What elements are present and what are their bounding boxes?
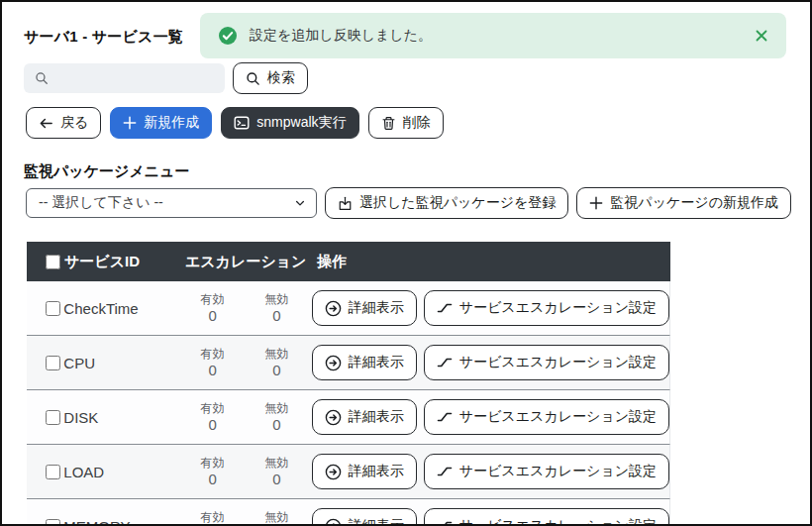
- detail-button[interactable]: 詳細表示: [312, 345, 417, 380]
- valid-value: 0: [208, 362, 216, 378]
- package-select[interactable]: -- 選択して下さい --: [26, 188, 317, 218]
- arrow-right-circle-icon: [325, 355, 342, 371]
- invalid-label: 無効: [264, 402, 288, 415]
- valid-count: 有効 0: [180, 402, 245, 433]
- alert-close-button[interactable]: [755, 29, 768, 43]
- service-table: サービスID エスカレーション 操作 CheckTime 有効 0 無効 0 詳…: [27, 242, 670, 526]
- row-actions: 詳細表示 サービスエスカレーション設定: [309, 345, 669, 380]
- table-header: サービスID エスカレーション 操作: [27, 242, 670, 281]
- invalid-label: 無効: [264, 348, 288, 361]
- search-icon: [246, 71, 260, 86]
- success-alert: 設定を追加し反映しました。: [200, 13, 786, 58]
- search-button[interactable]: 検索: [233, 62, 308, 94]
- table-row: CPU 有効 0 無効 0 詳細表示 サービスエスカレーション設定: [27, 336, 670, 390]
- create-button[interactable]: 新規作成: [110, 107, 212, 139]
- row-actions: 詳細表示 サービスエスカレーション設定: [309, 290, 669, 326]
- search-input[interactable]: [24, 63, 225, 93]
- delete-button-label: 削除: [403, 114, 431, 132]
- arrow-right-circle-icon: [325, 300, 342, 317]
- invalid-count: 無効 0: [245, 293, 309, 324]
- detail-button[interactable]: 詳細表示: [312, 290, 417, 326]
- invalid-label: 無効: [264, 293, 288, 306]
- service-id-label: CPU: [63, 355, 180, 371]
- delete-button[interactable]: 削除: [368, 107, 444, 139]
- detail-button[interactable]: 詳細表示: [312, 508, 417, 526]
- arrow-right-circle-icon: [325, 464, 342, 480]
- valid-count: 有効 0: [180, 348, 245, 378]
- trend-line-icon: [437, 300, 453, 316]
- escalation-button-label: サービスエスカレーション設定: [459, 517, 657, 526]
- table-row: DISK 有効 0 無効 0 詳細表示 サービスエスカレーション設定: [27, 390, 670, 445]
- row-checkbox[interactable]: [46, 356, 60, 370]
- close-icon: [755, 29, 768, 43]
- row-actions: 詳細表示 サービスエスカレーション設定: [309, 399, 669, 435]
- arrow-right-circle-icon: [325, 518, 342, 526]
- register-package-button[interactable]: 選択した監視パッケージを登録: [325, 187, 568, 219]
- header-service-id: サービスID: [64, 253, 185, 271]
- snmpwalk-button[interactable]: snmpwalk実行: [221, 107, 358, 139]
- trend-line-icon: [437, 464, 453, 479]
- plus-icon: [589, 196, 603, 210]
- detail-button[interactable]: 詳細表示: [312, 454, 417, 489]
- valid-value: 0: [208, 307, 216, 324]
- escalation-button-label: サービスエスカレーション設定: [459, 354, 657, 371]
- package-menu-row: -- 選択して下さい -- 選択した監視パッケージを登録 監視パッケージの新規作…: [26, 187, 791, 219]
- back-button[interactable]: 戻る: [26, 107, 101, 139]
- register-package-button-label: 選択した監視パッケージを登録: [359, 194, 556, 212]
- invalid-count: 無効 0: [245, 511, 309, 526]
- invalid-label: 無効: [264, 457, 288, 470]
- arrow-right-circle-icon: [325, 409, 342, 426]
- service-list-page: { "page": { "title": "サーバ1 - サービス一覧" }, …: [0, 0, 812, 526]
- invalid-value: 0: [272, 307, 280, 324]
- service-escalation-button[interactable]: サービスエスカレーション設定: [424, 290, 669, 326]
- invalid-count: 無効 0: [245, 402, 309, 433]
- detail-button[interactable]: 詳細表示: [312, 399, 417, 435]
- detail-button-label: 詳細表示: [349, 408, 404, 426]
- package-menu-heading: 監視パッケージメニュー: [24, 162, 189, 181]
- service-escalation-button[interactable]: サービスエスカレーション設定: [424, 508, 669, 526]
- chevron-down-icon: [294, 197, 306, 209]
- trend-line-icon: [437, 518, 453, 526]
- service-id-label: LOAD: [63, 464, 180, 480]
- service-escalation-button[interactable]: サービスエスカレーション設定: [424, 399, 669, 435]
- detail-button-label: 詳細表示: [349, 463, 404, 480]
- select-all-checkbox[interactable]: [46, 255, 60, 269]
- trend-line-icon: [437, 355, 453, 370]
- valid-label: 有効: [201, 348, 225, 361]
- create-package-button[interactable]: 監視パッケージの新規作成: [576, 187, 791, 219]
- table-body: CheckTime 有効 0 無効 0 詳細表示 サービスエスカレーション設定: [27, 281, 670, 526]
- plus-icon: [123, 116, 137, 130]
- escalation-button-label: サービスエスカレーション設定: [459, 408, 657, 426]
- service-escalation-button[interactable]: サービスエスカレーション設定: [424, 345, 669, 380]
- row-checkbox[interactable]: [46, 519, 60, 526]
- valid-value: 0: [208, 416, 216, 433]
- invalid-value: 0: [272, 362, 280, 378]
- create-package-button-label: 監視パッケージの新規作成: [610, 194, 778, 212]
- escalation-button-label: サービスエスカレーション設定: [459, 299, 657, 317]
- invalid-value: 0: [272, 471, 280, 487]
- package-select-value: -- 選択して下さい --: [39, 194, 163, 212]
- invalid-value: 0: [272, 416, 280, 433]
- search-box: [24, 63, 225, 93]
- row-checkbox[interactable]: [46, 465, 60, 479]
- valid-label: 有効: [201, 511, 225, 524]
- service-id-label: DISK: [63, 409, 180, 426]
- invalid-count: 無効 0: [245, 457, 309, 487]
- search-row: 検索: [24, 62, 308, 94]
- service-id-label: MEMORY: [63, 518, 180, 526]
- row-actions: 詳細表示 サービスエスカレーション設定: [309, 508, 669, 526]
- terminal-icon: [234, 115, 250, 131]
- detail-button-label: 詳細表示: [349, 517, 404, 526]
- trash-icon: [381, 116, 396, 131]
- valid-count: 有効 0: [180, 293, 245, 324]
- valid-label: 有効: [201, 293, 225, 306]
- page-title: サーバ1 - サービス一覧: [24, 28, 183, 47]
- service-escalation-button[interactable]: サービスエスカレーション設定: [424, 454, 669, 489]
- box-arrow-in-down-icon: [338, 196, 353, 211]
- back-button-label: 戻る: [60, 114, 88, 132]
- arrow-left-icon: [39, 116, 53, 131]
- row-checkbox[interactable]: [46, 301, 60, 316]
- search-button-label: 検索: [267, 69, 295, 87]
- escalation-button-label: サービスエスカレーション設定: [459, 463, 657, 480]
- row-checkbox[interactable]: [46, 410, 60, 425]
